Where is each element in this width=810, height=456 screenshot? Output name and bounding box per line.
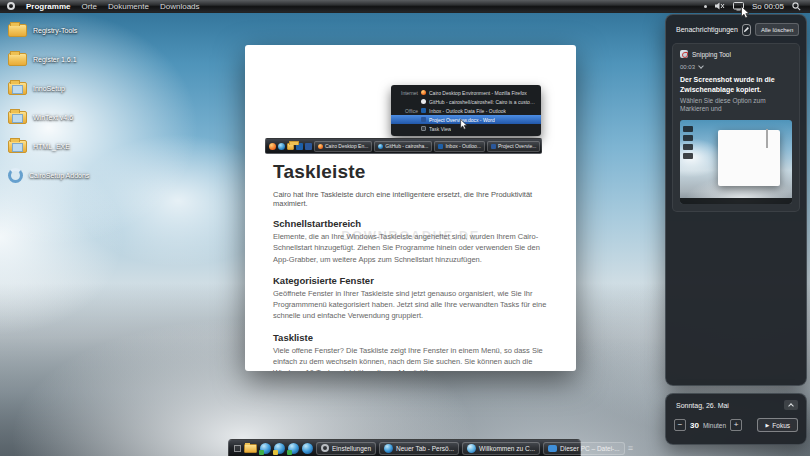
edit-notifications-button[interactable]: [742, 24, 751, 36]
collapse-calendar-button[interactable]: [784, 400, 798, 410]
section-heading-schnellstart: Schnellstartbereich: [245, 218, 576, 229]
focus-button-label: Fokus: [772, 422, 790, 429]
chevron-up-icon: [788, 403, 794, 409]
screenshot-taskbar: Cairo Desktop En... GitHub - cairosha...…: [265, 138, 542, 154]
calendar-flyout: Sonntag, 26. Mai − 30 Minuten + ▶ Fokus: [665, 393, 807, 445]
snipping-tool-icon: [680, 50, 688, 58]
menu-item-label: Task View: [429, 126, 451, 132]
screenshot-thumbnail[interactable]: [680, 120, 792, 204]
cairo-logo-icon[interactable]: [7, 2, 15, 10]
thumbnail-desktop-icons: [683, 126, 693, 160]
desktop-icon-label: Registry-Tools: [33, 27, 77, 34]
menu-item-label: Cairo Desktop Environment - Mozilla Fire…: [429, 90, 527, 96]
task-button-dieser-pc[interactable]: Dieser PC – Datei-...: [543, 442, 625, 455]
desktop-icon-list: Registry-Tools Register 1.6.1 InnoSetup …: [8, 20, 158, 194]
menu-programme[interactable]: Programme: [26, 0, 70, 13]
clock[interactable]: So 00:05: [752, 2, 784, 11]
gear-icon: [321, 444, 329, 452]
minutes-decrease-button[interactable]: −: [674, 419, 686, 431]
edge-icon: [278, 143, 285, 150]
notification-body-text: Wählen Sie diese Option zum Markieren un…: [680, 97, 792, 115]
menu-downloads[interactable]: Downloads: [160, 0, 200, 13]
search-icon[interactable]: [792, 2, 801, 11]
section-body-kategorisierte: Geöffnete Fenster in Ihrer Taskleiste si…: [245, 288, 576, 322]
desktop-icon-label: CairoSetup Addons: [29, 172, 89, 179]
quick-launch-grid-icon[interactable]: [234, 445, 241, 452]
mouse-cursor: [741, 6, 750, 19]
menu-dokumente[interactable]: Dokumente: [108, 0, 149, 13]
section-body-taskliste: Viele offene Fenster? Die Taskliste zeig…: [245, 345, 576, 372]
folder-with-documents-icon: [8, 111, 27, 124]
tour-screenshot: Internet Cairo Desktop Environment - Moz…: [245, 45, 576, 157]
taskview-icon: [421, 126, 426, 131]
section-body-schnellstart: Elemente, die an Ihre Windows-Taskleiste…: [245, 231, 576, 265]
word-icon: [491, 144, 496, 149]
calendar-header: Sonntag, 26. Mai: [666, 394, 806, 413]
notification-header: Benachrichtigungen Alle löschen: [666, 15, 806, 41]
folder-icon[interactable]: [244, 444, 257, 453]
loading-ring-icon: [8, 168, 23, 183]
firefox-icon: [269, 143, 276, 150]
menu-orte[interactable]: Orte: [81, 0, 97, 13]
dialog-title: Taskleiste: [245, 161, 576, 183]
menu-item-label: GitHub - cairoshell/cairoshell: Cairo is…: [429, 99, 538, 105]
menu-item-github: GitHub - cairoshell/cairoshell: Cairo is…: [391, 97, 541, 106]
notification-time-row[interactable]: 00:03: [680, 64, 792, 70]
notification-time: 00:03: [680, 64, 695, 70]
browser-icon: [467, 444, 476, 453]
desktop-icon-html-exe[interactable]: HTML_EXE: [8, 136, 158, 157]
menu-item-firefox: Internet Cairo Desktop Environment - Moz…: [391, 88, 541, 97]
task-button-willkommen[interactable]: Willkommen zu C...: [462, 442, 540, 455]
clear-all-button[interactable]: Alle löschen: [755, 23, 799, 36]
folder-icon: [8, 24, 27, 37]
desktop-icon-cairosetup[interactable]: CairoSetup Addons: [8, 165, 158, 186]
thumbnail-taskbar: [680, 198, 792, 204]
chat-icon: [548, 445, 557, 452]
word-icon: [305, 143, 312, 150]
folder-icon: [8, 53, 27, 66]
notification-center: Benachrichtigungen Alle löschen Snipping…: [665, 14, 807, 386]
desktop-icon-register[interactable]: Register 1.6.1: [8, 49, 158, 70]
folder-with-documents-icon: [8, 82, 27, 95]
menu-group-office: Office: [393, 108, 418, 114]
edge-installer-icon[interactable]: [260, 443, 271, 454]
calendar-date: Sonntag, 26. Mai: [676, 402, 784, 409]
minutes-label: Minuten: [703, 422, 726, 429]
notification-title-text: Der Screenshot wurde in die Zwischenabla…: [680, 75, 792, 95]
task-button-label: Willkommen zu C...: [479, 445, 535, 452]
task-button-label: Einstellungen: [332, 445, 371, 452]
desktop-icon-wintext[interactable]: WinText v4.6: [8, 107, 158, 128]
menu-item-outlook: Office Inbox - Outlook Data File - Outlo…: [391, 106, 541, 115]
bottom-taskbar: Einstellungen Neuer Tab - Persö... Willk…: [228, 439, 581, 456]
section-heading-taskliste: Taskliste: [245, 332, 576, 343]
screenshot-cursor: [460, 119, 468, 130]
chevron-down-icon: [698, 63, 704, 69]
screenshot-task-button: Inbox - Outloo...: [434, 141, 485, 152]
github-icon: [421, 99, 426, 104]
desktop-icon-registry-tools[interactable]: Registry-Tools: [8, 20, 158, 41]
task-button-neuer-tab[interactable]: Neuer Tab - Persö...: [379, 442, 459, 455]
top-menubar: Programme Orte Dokumente Downloads So 00…: [0, 0, 810, 13]
desktop-icon-label: InnoSetup: [33, 85, 65, 92]
status-dot-icon: [704, 5, 707, 8]
focus-session-row: − 30 Minuten + ▶ Fokus: [666, 413, 806, 432]
thumbnail-dialog-window: [718, 130, 780, 186]
menu-item-label: Inbox - Outlook Data File - Outlook: [429, 108, 506, 114]
minutes-increase-button[interactable]: +: [730, 419, 742, 431]
edge-installer-icon[interactable]: [274, 443, 285, 454]
notification-app-name: Snipping Tool: [692, 51, 731, 58]
volume-muted-icon[interactable]: [715, 2, 725, 10]
hamburger-menu-icon[interactable]: ≡: [628, 444, 633, 453]
notification-card[interactable]: Snipping Tool 00:03 Der Screenshot wurde…: [672, 43, 800, 212]
tour-dialog: Internet Cairo Desktop Environment - Moz…: [245, 45, 576, 371]
menubar-right: So 00:05: [704, 2, 810, 11]
edge-browser-icon[interactable]: [302, 443, 313, 454]
edge-installer-icon[interactable]: [288, 443, 299, 454]
outlook-icon: [438, 144, 443, 149]
download-badge-icon: [287, 450, 292, 455]
desktop-screen: Programme Orte Dokumente Downloads So 00…: [0, 0, 810, 456]
focus-start-button[interactable]: ▶ Fokus: [757, 418, 798, 432]
minutes-value: 30: [690, 421, 699, 430]
desktop-icon-innosetup[interactable]: InnoSetup: [8, 78, 158, 99]
task-button-einstellungen[interactable]: Einstellungen: [316, 442, 376, 455]
